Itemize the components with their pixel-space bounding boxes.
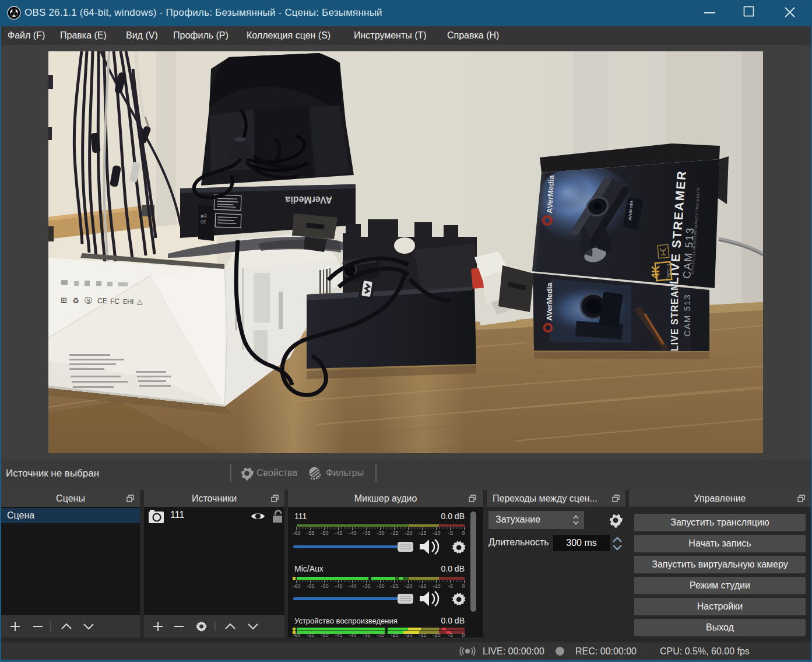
svg-text:EHI: EHI	[123, 298, 133, 305]
svg-text:Ⓢ: Ⓢ	[85, 296, 92, 305]
svg-text:CE: CE	[201, 220, 206, 224]
svg-text:-45: -45	[335, 632, 342, 638]
svg-text:-60: -60	[293, 530, 300, 536]
svg-text:-25: -25	[391, 530, 398, 536]
svg-text:-35: -35	[363, 632, 370, 638]
svg-text:-10: -10	[433, 530, 440, 536]
svg-text:-40: -40	[349, 632, 356, 638]
svg-text:-15: -15	[419, 632, 426, 638]
svg-text:0: 0	[462, 530, 465, 536]
svg-text:AVerMedia: AVerMedia	[545, 282, 554, 321]
svg-text:-10: -10	[433, 632, 440, 638]
svg-text:⊞: ⊞	[61, 296, 67, 304]
svg-text:-50: -50	[321, 632, 328, 638]
svg-text:-40: -40	[349, 530, 356, 536]
svg-text:-35: -35	[363, 530, 370, 536]
svg-text:Mic/Aux: Mic/Aux	[294, 564, 324, 573]
svg-text:-30: -30	[377, 530, 384, 536]
svg-text:⊗©: ⊗©	[201, 214, 208, 218]
svg-text:△: △	[137, 297, 143, 306]
svg-text:-25: -25	[391, 632, 398, 638]
svg-text:♻: ♻	[72, 296, 79, 305]
svg-text:AVerMedia: AVerMedia	[285, 195, 332, 205]
svg-text:-50: -50	[321, 530, 328, 536]
svg-text:-20: -20	[405, 632, 412, 638]
svg-text:-30: -30	[377, 632, 384, 638]
svg-text:-15: -15	[419, 530, 426, 536]
svg-text:FC: FC	[110, 297, 119, 306]
svg-text:0: 0	[462, 632, 465, 638]
svg-text:-55: -55	[307, 632, 314, 638]
svg-text:111: 111	[294, 512, 307, 521]
svg-text:0.0 dB: 0.0 dB	[441, 512, 465, 521]
svg-text:Устройство воспроизведения: Устройство воспроизведения	[294, 617, 398, 625]
svg-text:CE: CE	[97, 297, 107, 305]
svg-text:0.0 dB: 0.0 dB	[441, 616, 465, 625]
svg-text:-20: -20	[405, 530, 412, 536]
svg-text:-60: -60	[293, 632, 300, 638]
svg-text:-55: -55	[307, 530, 314, 536]
svg-text:-5: -5	[448, 632, 453, 638]
svg-text:-45: -45	[335, 530, 342, 536]
svg-text:0.0 dB: 0.0 dB	[441, 564, 465, 573]
svg-text:4K: 4K	[650, 265, 662, 279]
svg-text:-5: -5	[448, 530, 453, 536]
